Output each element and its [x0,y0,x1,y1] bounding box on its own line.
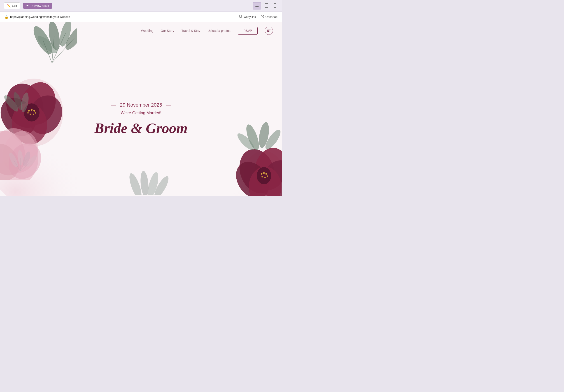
svg-point-20 [28,110,30,112]
svg-point-21 [31,109,32,111]
date-line: — 29 November 2025 — [94,102,187,108]
wedding-subtitle: We're Getting Married! [94,111,187,115]
svg-point-60 [263,172,265,174]
rsvp-button[interactable]: RSVP [238,27,258,35]
svg-point-22 [33,110,35,112]
nav-travel-stay-link[interactable]: Travel & Stay [181,29,200,32]
url-bar: 🔒 https://planning.wedding/website/your-… [0,12,282,22]
preview-label: Preview result [30,4,49,7]
open-tab-label: Open tab [265,15,278,18]
dash-right: — [166,102,171,108]
wedding-nav: Wedding Our Story Travel & Stay Upload a… [0,22,282,39]
svg-point-23 [35,112,36,113]
svg-point-64 [261,176,263,178]
copy-link-button[interactable]: Copy link [239,15,256,19]
svg-rect-8 [240,15,242,17]
open-tab-icon [261,15,264,19]
url-left: 🔒 https://planning.wedding/website/your-… [4,15,70,19]
preview-button[interactable]: 👁 Preview result [23,3,52,9]
edit-label: Edit [12,4,17,7]
svg-point-26 [27,112,29,113]
floral-bottom-leaves [113,154,181,196]
svg-point-6 [275,7,275,7]
url-text: https://planning.wedding/website/your-we… [10,15,70,18]
edit-button[interactable]: ✏️ Edit [4,2,20,9]
website-preview: Wedding Our Story Travel & Stay Upload a… [0,22,282,196]
svg-point-25 [29,113,31,115]
tablet-icon [265,4,268,8]
svg-point-24 [33,113,34,115]
svg-point-61 [265,173,267,175]
pencil-icon: ✏️ [7,4,11,7]
floral-right [232,106,282,196]
desktop-view-button[interactable] [253,2,261,10]
url-right: Copy link Open tab [239,15,277,19]
floral-left [0,22,77,180]
nav-upload-photos-link[interactable]: Upload a photos [207,29,231,32]
dash-left: — [111,102,116,108]
svg-line-9 [262,15,264,16]
mobile-view-button[interactable] [272,2,278,10]
mobile-icon [274,4,276,8]
nav-wedding-link[interactable]: Wedding [141,29,153,32]
svg-point-58 [257,167,271,184]
couple-names: Bride & Groom [94,120,187,137]
user-avatar[interactable]: ET [265,27,273,35]
svg-point-63 [264,177,266,178]
toolbar-left: ✏️ Edit 👁 Preview result [4,2,52,9]
toolbar: ✏️ Edit 👁 Preview result [0,0,282,12]
lock-icon: 🔒 [4,15,8,19]
open-tab-button[interactable]: Open tab [261,15,278,19]
toolbar-right [253,2,278,10]
wedding-date: 29 November 2025 [120,102,162,108]
svg-point-4 [266,7,267,7]
desktop-icon [255,4,259,8]
tablet-view-button[interactable] [262,2,270,10]
eye-icon: 👁 [26,4,29,7]
svg-point-59 [261,173,262,175]
copy-icon [239,15,243,19]
svg-rect-0 [255,4,259,6]
nav-our-story-link[interactable]: Our Story [161,29,174,32]
copy-link-label: Copy link [244,15,256,18]
svg-point-62 [267,175,268,177]
hero-content: — 29 November 2025 — We're Getting Marri… [94,102,187,137]
